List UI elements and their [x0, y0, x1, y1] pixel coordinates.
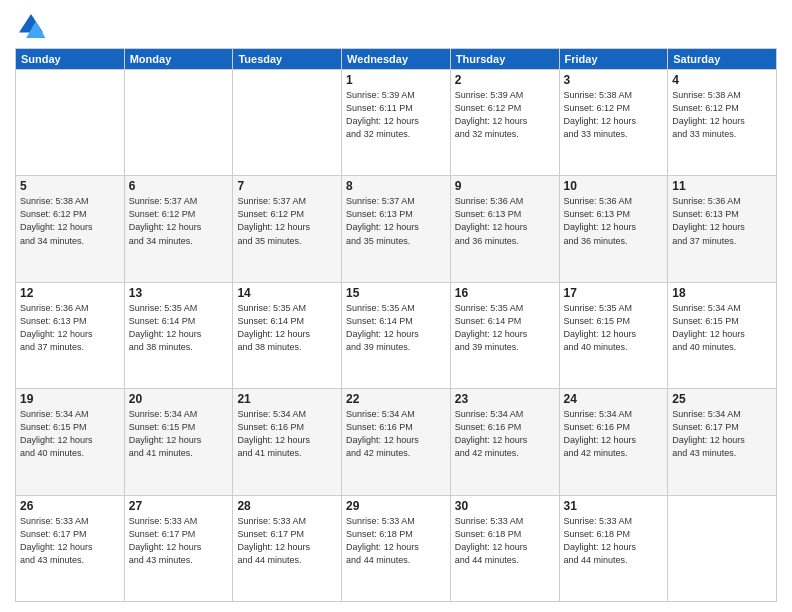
calendar-week-row: 26Sunrise: 5:33 AM Sunset: 6:17 PM Dayli… — [16, 495, 777, 601]
weekday-header: Wednesday — [342, 49, 451, 70]
day-info: Sunrise: 5:35 AM Sunset: 6:14 PM Dayligh… — [129, 302, 229, 354]
day-number: 2 — [455, 73, 555, 87]
day-number: 8 — [346, 179, 446, 193]
day-number: 11 — [672, 179, 772, 193]
calendar-day: 18Sunrise: 5:34 AM Sunset: 6:15 PM Dayli… — [668, 282, 777, 388]
calendar-day: 5Sunrise: 5:38 AM Sunset: 6:12 PM Daylig… — [16, 176, 125, 282]
day-info: Sunrise: 5:38 AM Sunset: 6:12 PM Dayligh… — [20, 195, 120, 247]
day-number: 7 — [237, 179, 337, 193]
day-info: Sunrise: 5:37 AM Sunset: 6:12 PM Dayligh… — [129, 195, 229, 247]
calendar-day: 23Sunrise: 5:34 AM Sunset: 6:16 PM Dayli… — [450, 389, 559, 495]
calendar-day — [668, 495, 777, 601]
calendar-day: 9Sunrise: 5:36 AM Sunset: 6:13 PM Daylig… — [450, 176, 559, 282]
day-info: Sunrise: 5:35 AM Sunset: 6:15 PM Dayligh… — [564, 302, 664, 354]
header — [15, 10, 777, 42]
day-number: 17 — [564, 286, 664, 300]
calendar-day: 4Sunrise: 5:38 AM Sunset: 6:12 PM Daylig… — [668, 70, 777, 176]
day-info: Sunrise: 5:37 AM Sunset: 6:13 PM Dayligh… — [346, 195, 446, 247]
calendar-day: 6Sunrise: 5:37 AM Sunset: 6:12 PM Daylig… — [124, 176, 233, 282]
calendar-day: 11Sunrise: 5:36 AM Sunset: 6:13 PM Dayli… — [668, 176, 777, 282]
day-info: Sunrise: 5:35 AM Sunset: 6:14 PM Dayligh… — [237, 302, 337, 354]
day-number: 29 — [346, 499, 446, 513]
day-info: Sunrise: 5:35 AM Sunset: 6:14 PM Dayligh… — [455, 302, 555, 354]
day-number: 19 — [20, 392, 120, 406]
day-number: 9 — [455, 179, 555, 193]
day-number: 13 — [129, 286, 229, 300]
day-number: 30 — [455, 499, 555, 513]
day-info: Sunrise: 5:34 AM Sunset: 6:16 PM Dayligh… — [455, 408, 555, 460]
calendar-day: 14Sunrise: 5:35 AM Sunset: 6:14 PM Dayli… — [233, 282, 342, 388]
day-number: 22 — [346, 392, 446, 406]
day-number: 15 — [346, 286, 446, 300]
day-number: 18 — [672, 286, 772, 300]
weekday-header: Thursday — [450, 49, 559, 70]
calendar-day: 16Sunrise: 5:35 AM Sunset: 6:14 PM Dayli… — [450, 282, 559, 388]
calendar-day: 24Sunrise: 5:34 AM Sunset: 6:16 PM Dayli… — [559, 389, 668, 495]
calendar-week-row: 5Sunrise: 5:38 AM Sunset: 6:12 PM Daylig… — [16, 176, 777, 282]
day-info: Sunrise: 5:33 AM Sunset: 6:18 PM Dayligh… — [455, 515, 555, 567]
day-info: Sunrise: 5:33 AM Sunset: 6:17 PM Dayligh… — [20, 515, 120, 567]
calendar: SundayMondayTuesdayWednesdayThursdayFrid… — [15, 48, 777, 602]
calendar-day — [233, 70, 342, 176]
calendar-day — [124, 70, 233, 176]
day-info: Sunrise: 5:38 AM Sunset: 6:12 PM Dayligh… — [672, 89, 772, 141]
calendar-week-row: 19Sunrise: 5:34 AM Sunset: 6:15 PM Dayli… — [16, 389, 777, 495]
calendar-day: 31Sunrise: 5:33 AM Sunset: 6:18 PM Dayli… — [559, 495, 668, 601]
day-info: Sunrise: 5:33 AM Sunset: 6:18 PM Dayligh… — [564, 515, 664, 567]
day-number: 20 — [129, 392, 229, 406]
day-number: 1 — [346, 73, 446, 87]
day-number: 31 — [564, 499, 664, 513]
day-number: 28 — [237, 499, 337, 513]
day-info: Sunrise: 5:33 AM Sunset: 6:18 PM Dayligh… — [346, 515, 446, 567]
calendar-day: 17Sunrise: 5:35 AM Sunset: 6:15 PM Dayli… — [559, 282, 668, 388]
calendar-day: 13Sunrise: 5:35 AM Sunset: 6:14 PM Dayli… — [124, 282, 233, 388]
calendar-day: 30Sunrise: 5:33 AM Sunset: 6:18 PM Dayli… — [450, 495, 559, 601]
calendar-day: 12Sunrise: 5:36 AM Sunset: 6:13 PM Dayli… — [16, 282, 125, 388]
day-number: 3 — [564, 73, 664, 87]
calendar-day: 29Sunrise: 5:33 AM Sunset: 6:18 PM Dayli… — [342, 495, 451, 601]
logo — [15, 10, 51, 42]
day-number: 26 — [20, 499, 120, 513]
calendar-day — [16, 70, 125, 176]
day-info: Sunrise: 5:36 AM Sunset: 6:13 PM Dayligh… — [20, 302, 120, 354]
calendar-week-row: 1Sunrise: 5:39 AM Sunset: 6:11 PM Daylig… — [16, 70, 777, 176]
weekday-header: Friday — [559, 49, 668, 70]
day-info: Sunrise: 5:36 AM Sunset: 6:13 PM Dayligh… — [455, 195, 555, 247]
day-number: 4 — [672, 73, 772, 87]
day-info: Sunrise: 5:39 AM Sunset: 6:12 PM Dayligh… — [455, 89, 555, 141]
day-number: 24 — [564, 392, 664, 406]
day-info: Sunrise: 5:37 AM Sunset: 6:12 PM Dayligh… — [237, 195, 337, 247]
day-number: 25 — [672, 392, 772, 406]
day-info: Sunrise: 5:36 AM Sunset: 6:13 PM Dayligh… — [564, 195, 664, 247]
day-info: Sunrise: 5:35 AM Sunset: 6:14 PM Dayligh… — [346, 302, 446, 354]
calendar-day: 21Sunrise: 5:34 AM Sunset: 6:16 PM Dayli… — [233, 389, 342, 495]
day-number: 21 — [237, 392, 337, 406]
header-row: SundayMondayTuesdayWednesdayThursdayFrid… — [16, 49, 777, 70]
calendar-day: 3Sunrise: 5:38 AM Sunset: 6:12 PM Daylig… — [559, 70, 668, 176]
day-number: 6 — [129, 179, 229, 193]
calendar-day: 20Sunrise: 5:34 AM Sunset: 6:15 PM Dayli… — [124, 389, 233, 495]
calendar-day: 8Sunrise: 5:37 AM Sunset: 6:13 PM Daylig… — [342, 176, 451, 282]
calendar-day: 1Sunrise: 5:39 AM Sunset: 6:11 PM Daylig… — [342, 70, 451, 176]
day-number: 12 — [20, 286, 120, 300]
calendar-day: 10Sunrise: 5:36 AM Sunset: 6:13 PM Dayli… — [559, 176, 668, 282]
weekday-header: Sunday — [16, 49, 125, 70]
day-info: Sunrise: 5:34 AM Sunset: 6:16 PM Dayligh… — [564, 408, 664, 460]
day-info: Sunrise: 5:33 AM Sunset: 6:17 PM Dayligh… — [237, 515, 337, 567]
day-info: Sunrise: 5:34 AM Sunset: 6:15 PM Dayligh… — [20, 408, 120, 460]
page: SundayMondayTuesdayWednesdayThursdayFrid… — [0, 0, 792, 612]
day-info: Sunrise: 5:39 AM Sunset: 6:11 PM Dayligh… — [346, 89, 446, 141]
day-info: Sunrise: 5:38 AM Sunset: 6:12 PM Dayligh… — [564, 89, 664, 141]
day-number: 10 — [564, 179, 664, 193]
weekday-header: Saturday — [668, 49, 777, 70]
calendar-day: 19Sunrise: 5:34 AM Sunset: 6:15 PM Dayli… — [16, 389, 125, 495]
calendar-day: 28Sunrise: 5:33 AM Sunset: 6:17 PM Dayli… — [233, 495, 342, 601]
logo-icon — [15, 10, 47, 42]
day-number: 16 — [455, 286, 555, 300]
calendar-week-row: 12Sunrise: 5:36 AM Sunset: 6:13 PM Dayli… — [16, 282, 777, 388]
calendar-day: 26Sunrise: 5:33 AM Sunset: 6:17 PM Dayli… — [16, 495, 125, 601]
day-number: 5 — [20, 179, 120, 193]
day-number: 23 — [455, 392, 555, 406]
calendar-day: 7Sunrise: 5:37 AM Sunset: 6:12 PM Daylig… — [233, 176, 342, 282]
weekday-header: Monday — [124, 49, 233, 70]
